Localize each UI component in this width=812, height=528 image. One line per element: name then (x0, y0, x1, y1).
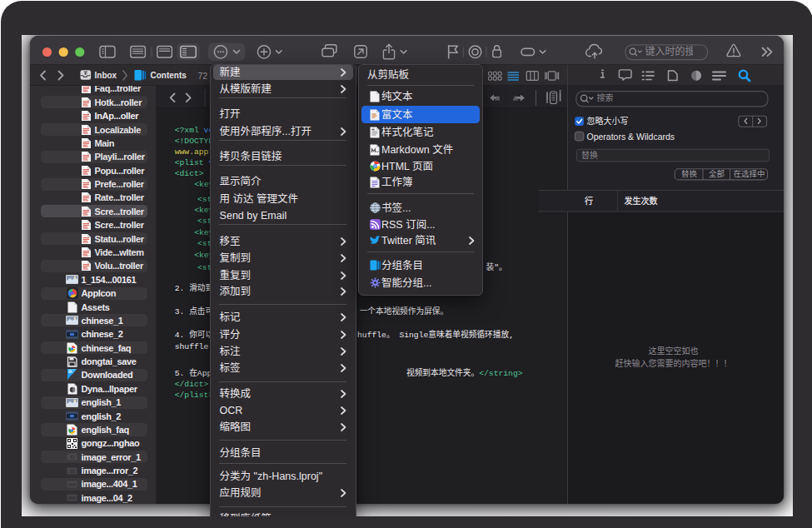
svg-text:JD: JD (69, 468, 75, 473)
svg-text:JD: JD (69, 455, 75, 460)
svg-text:404: 404 (68, 496, 76, 501)
svg-text:404: 404 (68, 481, 76, 486)
